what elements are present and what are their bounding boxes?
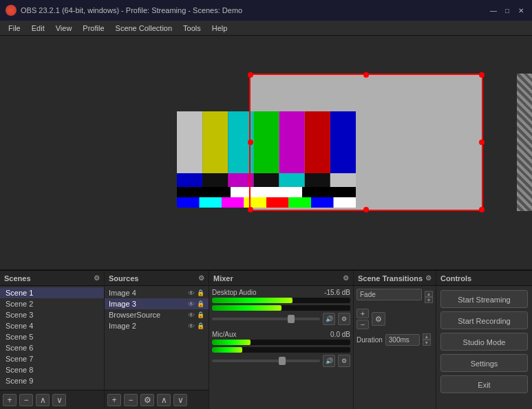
scene-item-3[interactable]: Scene 3 (0, 309, 104, 320)
menu-item-view[interactable]: View (50, 23, 78, 34)
transition-select[interactable]: Fade (357, 289, 422, 300)
menu-item-tools[interactable]: Tools (178, 23, 206, 34)
scene-item-6[interactable]: Scene 6 (0, 342, 104, 353)
sources-down-button[interactable]: ∨ (173, 394, 187, 406)
sources-remove-button[interactable]: − (124, 394, 138, 406)
desktop-audio-fader-row: 🔊 ⚙ (212, 313, 350, 325)
settings-button[interactable]: Settings (440, 354, 528, 372)
transition-settings-button[interactable]: ⚙ (372, 312, 385, 326)
source-icons-3: 👁🔒 (188, 322, 204, 330)
mixer-panel-header: Mixer ⚙ (209, 271, 353, 286)
start-recording-button[interactable]: Start Recording (440, 311, 528, 329)
source-icons-1: 👁🔒 (188, 300, 204, 308)
transition-controls-row: + − ⚙ (357, 309, 433, 329)
transition-spin-down[interactable]: ▼ (425, 297, 433, 303)
menu-item-profile[interactable]: Profile (77, 23, 109, 34)
scenes-add-button[interactable]: + (3, 394, 17, 406)
sources-panel: Sources ⚙ Image 4👁🔒Image 3👁🔒BrowserSourc… (105, 271, 209, 409)
maximize-button[interactable]: □ (502, 5, 513, 16)
start-streaming-button[interactable]: Start Streaming (440, 290, 528, 308)
transition-spin[interactable]: ▲ ▼ (425, 291, 433, 303)
menu-item-scene-collection[interactable]: Scene Collection (110, 23, 178, 34)
mic-aux-settings-button[interactable]: ⚙ (338, 355, 350, 367)
studio-mode-button[interactable]: Studio Mode (440, 333, 528, 351)
desktop-audio-meter-fill (212, 298, 292, 303)
scenes-panel-icon[interactable]: ⚙ (94, 274, 100, 282)
test-pattern-canvas (177, 111, 356, 208)
sources-panel-header: Sources ⚙ (105, 271, 209, 286)
scene-item-5[interactable]: Scene 5 (0, 331, 104, 342)
duration-input[interactable]: 300ms (385, 334, 420, 346)
transition-plus-minus: + − (357, 309, 369, 329)
source-eye-1[interactable]: 👁 (188, 300, 195, 308)
scenes-up-button[interactable]: ∧ (36, 394, 50, 406)
mic-aux-fader-thumb[interactable] (279, 357, 286, 365)
duration-spin[interactable]: ▲ ▼ (423, 333, 431, 346)
transition-spin-up[interactable]: ▲ (425, 291, 433, 297)
source-item-1[interactable]: Image 3👁🔒 (105, 298, 209, 309)
mic-aux-meter2-fill (212, 347, 242, 353)
controls-content: Start Streaming Start Recording Studio M… (436, 286, 532, 409)
menu-item-help[interactable]: Help (206, 23, 233, 34)
transitions-panel-icon[interactable]: ⚙ (425, 274, 432, 282)
source-item-2[interactable]: BrowserSource👁🔒 (105, 309, 209, 320)
source-eye-2[interactable]: 👁 (188, 311, 195, 319)
transition-add-button[interactable]: + (357, 309, 369, 318)
desktop-audio-header: Desktop Audio -15.6 dB (212, 289, 350, 296)
menu-item-edit[interactable]: Edit (26, 23, 50, 34)
source-name-0: Image 4 (109, 289, 136, 297)
source-lock-1[interactable]: 🔒 (197, 300, 204, 308)
mic-aux-mute-button[interactable]: 🔊 (323, 355, 335, 367)
duration-spin-down[interactable]: ▼ (423, 340, 431, 346)
preview-area (0, 36, 532, 269)
sources-add-button[interactable]: + (107, 394, 121, 406)
window-controls[interactable]: — □ ✕ (488, 5, 526, 16)
scene-item-2[interactable]: Scene 2 (0, 298, 104, 309)
source-name-1: Image 3 (109, 300, 136, 308)
controls-title: Controls (440, 274, 471, 283)
source-item-3[interactable]: Image 2👁🔒 (105, 320, 209, 331)
duration-spin-up[interactable]: ▲ (423, 333, 431, 340)
window-title: OBS 23.2.1 (64-bit, windows) - Profile: … (21, 6, 242, 14)
transitions-panel: Scene Transitions ⚙ Fade ▲ ▼ + − ⚙ (354, 271, 436, 409)
source-lock-0[interactable]: 🔒 (197, 289, 204, 297)
sources-up-button[interactable]: ∧ (157, 394, 171, 406)
scene-item-4[interactable]: Scene 4 (0, 320, 104, 331)
transition-remove-button[interactable]: − (357, 320, 369, 329)
source-eye-3[interactable]: 👁 (188, 322, 195, 330)
source-icons-0: 👁🔒 (188, 289, 204, 297)
source-eye-0[interactable]: 👁 (188, 289, 195, 297)
mic-aux-fader[interactable] (212, 360, 320, 362)
scene-item-7[interactable]: Scene 7 (0, 353, 104, 364)
source-name-3: Image 2 (109, 322, 136, 330)
mixer-panel-icon[interactable]: ⚙ (343, 274, 349, 282)
desktop-audio-label: Desktop Audio (212, 289, 257, 296)
minimize-button[interactable]: — (488, 5, 499, 16)
sources-toolbar: + − ⚙ ∧ ∨ (105, 390, 209, 409)
scenes-title: Scenes (4, 274, 31, 283)
obs-icon (6, 5, 17, 16)
desktop-audio-mute-button[interactable]: 🔊 (323, 313, 335, 325)
mixer-content: Desktop Audio -15.6 dB 🔊 ⚙ (209, 286, 353, 409)
close-button[interactable]: ✕ (515, 5, 526, 16)
sources-settings-button[interactable]: ⚙ (140, 394, 154, 406)
mic-aux-header: Mic/Aux 0.0 dB (212, 331, 350, 338)
scene-item-8[interactable]: Scene 8 (0, 364, 104, 375)
source-lock-2[interactable]: 🔒 (197, 311, 204, 319)
scenes-remove-button[interactable]: − (19, 394, 33, 406)
mic-aux-meter (212, 340, 350, 345)
sources-panel-icon[interactable]: ⚙ (198, 274, 204, 282)
scenes-down-button[interactable]: ∨ (52, 394, 66, 406)
desktop-audio-settings-button[interactable]: ⚙ (338, 313, 350, 325)
source-item-0[interactable]: Image 4👁🔒 (105, 287, 209, 298)
source-lock-3[interactable]: 🔒 (197, 322, 204, 330)
scene-item-9[interactable]: Scene 9 (0, 375, 104, 386)
scene-item-1[interactable]: Scene 1 (0, 287, 104, 298)
desktop-audio-fader[interactable] (212, 318, 320, 320)
scenes-toolbar: + − ∧ ∨ (0, 390, 104, 409)
menu-item-file[interactable]: File (3, 23, 26, 34)
desktop-audio-meter (212, 298, 350, 303)
scenes-panel: Scenes ⚙ Scene 1Scene 2Scene 3Scene 4Sce… (0, 271, 105, 409)
desktop-audio-fader-thumb[interactable] (288, 315, 295, 323)
exit-button[interactable]: Exit (440, 375, 528, 393)
